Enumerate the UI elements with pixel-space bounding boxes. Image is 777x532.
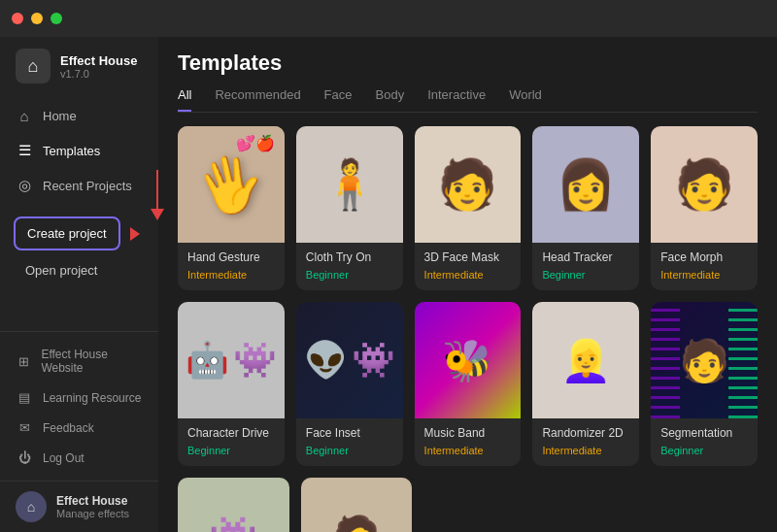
card-level-segmentation: Beginner bbox=[660, 445, 748, 456]
card-level-character-drive: Beginner bbox=[187, 445, 275, 456]
tab-world[interactable]: World bbox=[509, 87, 542, 112]
tab-body[interactable]: Body bbox=[376, 87, 405, 112]
row3-spacer bbox=[423, 478, 758, 532]
sidebar-label-learning: Learning Resource bbox=[43, 391, 141, 405]
sidebar-item-logout[interactable]: ⏻ Log Out bbox=[0, 443, 158, 473]
logo-icon: ⌂ bbox=[16, 49, 51, 83]
card-level-face-morph: Intermediate bbox=[660, 269, 748, 281]
card-level-cloth-try-on: Beginner bbox=[306, 269, 393, 281]
close-button[interactable] bbox=[12, 13, 23, 24]
sidebar-label-home: Home bbox=[43, 109, 77, 123]
thumb-r3-1: 👾 bbox=[178, 478, 289, 532]
user-name: Effect House bbox=[56, 494, 129, 508]
main-header: Templates All Recommended Face Body Inte… bbox=[158, 37, 777, 126]
learning-icon: ▤ bbox=[16, 390, 33, 405]
template-card-randomizer-2d[interactable]: 👱‍♀️ Randomizer 2D Intermediate bbox=[532, 302, 639, 466]
thumb-face-inset: 👽 👾 bbox=[296, 302, 403, 418]
thumb-hand-gesture: 🖐 💕🍎 bbox=[178, 126, 285, 243]
minimize-button[interactable] bbox=[31, 13, 43, 24]
user-subtitle: Manage effects bbox=[56, 508, 129, 519]
card-name-segmentation: Segmentation bbox=[660, 426, 748, 440]
thumb-cloth-try-on: 🧍 bbox=[296, 126, 403, 243]
tab-face[interactable]: Face bbox=[324, 87, 353, 112]
maximize-button[interactable] bbox=[51, 13, 62, 24]
template-card-head-tracker[interactable]: 👩 Head Tracker Beginner bbox=[532, 126, 639, 290]
card-name-face-mask: 3D Face Mask bbox=[424, 250, 512, 264]
template-card-r3-2[interactable]: 🧑 bbox=[301, 478, 413, 532]
sidebar-item-feedback[interactable]: ✉ Feedback bbox=[0, 413, 158, 443]
sidebar-item-templates[interactable]: ☰ Templates bbox=[0, 133, 158, 168]
thumb-segmentation: 🧑 bbox=[651, 302, 758, 418]
template-card-character-drive[interactable]: 🤖 👾 Character Drive Beginner bbox=[178, 302, 285, 466]
templates-row-3: 👾 🧑 bbox=[178, 478, 758, 532]
card-name-cloth-try-on: Cloth Try On bbox=[306, 250, 393, 264]
create-project-button[interactable]: Create project bbox=[14, 216, 120, 250]
thumb-r3-2: 🧑 bbox=[301, 478, 413, 532]
thumb-face-mask: 🧑 bbox=[415, 126, 522, 243]
tab-all[interactable]: All bbox=[178, 87, 191, 112]
card-level-face-mask: Intermediate bbox=[424, 269, 512, 281]
tab-recommended[interactable]: Recommended bbox=[215, 87, 300, 112]
card-name-randomizer-2d: Randomizer 2D bbox=[542, 426, 629, 440]
sidebar-item-learning[interactable]: ▤ Learning Resource bbox=[0, 382, 158, 413]
template-card-segmentation[interactable]: 🧑 Segmentation Beginner bbox=[651, 302, 758, 466]
open-project-button[interactable]: Open project bbox=[14, 256, 109, 284]
avatar: ⌂ bbox=[16, 491, 47, 522]
thumb-face-morph: 🧑 bbox=[651, 126, 758, 243]
card-level-face-inset: Beginner bbox=[306, 445, 393, 456]
template-card-hand-gesture[interactable]: 🖐 💕🍎 Hand Gesture Intermediate bbox=[178, 126, 285, 290]
thumb-music-band: 🐝 bbox=[415, 302, 522, 418]
page-title: Templates bbox=[178, 50, 758, 76]
template-card-face-inset[interactable]: 👽 👾 Face Inset Beginner bbox=[296, 302, 403, 466]
template-card-face-morph[interactable]: 🧑 Face Morph Intermediate bbox=[651, 126, 758, 290]
tab-interactive[interactable]: Interactive bbox=[427, 87, 486, 112]
card-name-face-inset: Face Inset bbox=[306, 426, 393, 440]
templates-row-1: 🖐 💕🍎 Hand Gesture Intermediate 🧍 bbox=[178, 126, 758, 290]
sidebar-label-logout: Log Out bbox=[43, 451, 84, 465]
card-level-head-tracker: Beginner bbox=[542, 269, 629, 281]
sidebar-label-feedback: Feedback bbox=[43, 421, 94, 435]
logo-name: Effect House bbox=[60, 53, 137, 68]
template-card-music-band[interactable]: 🐝 Music Band Intermediate bbox=[415, 302, 522, 466]
recent-icon: ◎ bbox=[16, 177, 33, 194]
card-name-head-tracker: Head Tracker bbox=[542, 250, 629, 264]
sidebar-label-website: Effect House Website bbox=[41, 348, 143, 375]
feedback-icon: ✉ bbox=[16, 420, 33, 435]
card-level-hand-gesture: Intermediate bbox=[187, 269, 275, 281]
thumb-randomizer-2d: 👱‍♀️ bbox=[532, 302, 639, 418]
titlebar bbox=[0, 0, 777, 37]
sidebar-item-recent[interactable]: ◎ Recent Projects bbox=[0, 168, 158, 203]
thumb-head-tracker: 👩 bbox=[532, 126, 639, 243]
card-name-music-band: Music Band bbox=[424, 426, 512, 440]
home-icon: ⌂ bbox=[16, 108, 33, 124]
sidebar-logo: ⌂ Effect House v1.7.0 bbox=[0, 37, 158, 93]
template-card-face-mask[interactable]: 🧑 3D Face Mask Intermediate bbox=[415, 126, 522, 290]
website-icon: ⊞ bbox=[16, 354, 31, 369]
card-name-hand-gesture: Hand Gesture bbox=[187, 250, 275, 264]
sidebar-item-website[interactable]: ⊞ Effect House Website bbox=[0, 340, 158, 382]
main-content: Templates All Recommended Face Body Inte… bbox=[158, 0, 777, 532]
logo-version: v1.7.0 bbox=[60, 68, 137, 80]
template-card-r3-1[interactable]: 👾 bbox=[178, 478, 289, 532]
logout-icon: ⏻ bbox=[16, 450, 33, 465]
sidebar-label-recent: Recent Projects bbox=[43, 179, 132, 193]
sidebar-label-templates: Templates bbox=[43, 144, 100, 158]
card-name-character-drive: Character Drive bbox=[187, 426, 275, 440]
card-level-music-band: Intermediate bbox=[424, 445, 512, 456]
sidebar-user: ⌂ Effect House Manage effects bbox=[0, 481, 158, 532]
thumb-character-drive: 🤖 👾 bbox=[178, 302, 285, 418]
templates-row-2: 🤖 👾 Character Drive Beginner 👽 👾 bbox=[178, 302, 758, 466]
card-level-randomizer-2d: Intermediate bbox=[542, 445, 629, 456]
templates-icon: ☰ bbox=[16, 142, 33, 159]
sidebar-nav: ⌂ Home ☰ Templates ◎ Recent Projects Cre… bbox=[0, 93, 158, 331]
template-card-cloth-try-on[interactable]: 🧍 Cloth Try On Beginner bbox=[296, 126, 403, 290]
card-name-face-morph: Face Morph bbox=[660, 250, 748, 264]
sidebar: ⌂ Effect House v1.7.0 ⌂ Home ☰ Templates… bbox=[0, 0, 158, 532]
sidebar-item-home[interactable]: ⌂ Home bbox=[0, 99, 158, 133]
filter-tabs: All Recommended Face Body Interactive Wo… bbox=[178, 87, 758, 113]
sidebar-bottom: ⊞ Effect House Website ▤ Learning Resour… bbox=[0, 331, 158, 481]
templates-grid: 🖐 💕🍎 Hand Gesture Intermediate 🧍 bbox=[158, 126, 777, 532]
